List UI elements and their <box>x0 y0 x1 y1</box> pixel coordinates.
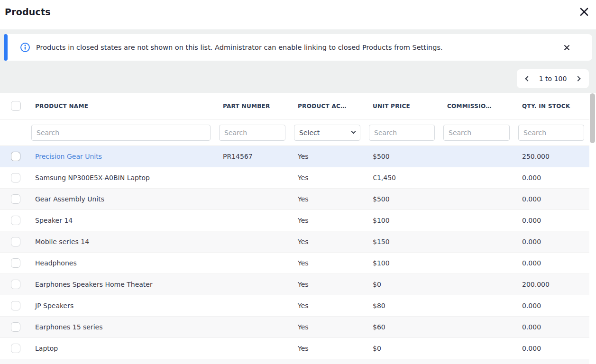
product-name-cell: Gear Assembly Units <box>31 195 219 203</box>
row-checkbox[interactable] <box>11 280 20 289</box>
qty-in-stock-cell: 0.000 <box>518 217 589 224</box>
filter-unit-price <box>369 125 443 141</box>
unit-price-search-input[interactable] <box>369 125 435 141</box>
product-active-cell: Yes <box>294 345 369 352</box>
select-all-cell <box>0 101 31 111</box>
qty-in-stock-cell: 0.000 <box>518 302 589 309</box>
part-number-cell: PR14567 <box>219 153 294 160</box>
header-qty-in-stock[interactable]: QTY. IN STOCK <box>518 103 589 109</box>
product-name-cell: Earphones Speakers Home Theater <box>31 281 219 288</box>
product-active-cell: Yes <box>294 217 369 224</box>
qty-in-stock-cell: 200.000 <box>518 281 589 288</box>
row-checkbox-cell <box>0 216 31 225</box>
header-product-name[interactable]: PRODUCT NAME <box>31 103 219 109</box>
table-row[interactable]: Headphones Yes $100 0.000 <box>0 253 589 274</box>
filter-part-number <box>219 125 294 141</box>
product-active-cell: Yes <box>294 153 369 160</box>
product-active-cell: Yes <box>294 323 369 331</box>
row-checkbox[interactable] <box>11 152 20 161</box>
row-checkbox[interactable] <box>11 258 20 268</box>
banner-dismiss-icon[interactable] <box>562 41 571 54</box>
modal-header: Products <box>0 0 596 29</box>
product-name-cell: Earphones 15 series <box>31 323 219 331</box>
unit-price-cell: $0 <box>369 345 443 352</box>
row-checkbox-cell <box>0 322 31 332</box>
row-checkbox[interactable] <box>11 322 20 332</box>
unit-price-cell: $500 <box>369 153 443 160</box>
row-checkbox[interactable] <box>11 301 20 310</box>
product-active-select[interactable]: Select <box>294 125 360 141</box>
unit-price-cell: $100 <box>369 217 443 224</box>
table-row[interactable]: Laptop Yes $0 0.000 <box>0 338 589 359</box>
chevron-down-icon <box>351 129 356 134</box>
pagination: 1 to 100 <box>517 69 589 88</box>
close-icon[interactable] <box>579 7 589 19</box>
products-table: PRODUCT NAME PART NUMBER PRODUCT AC… UNI… <box>0 93 589 359</box>
filter-product-active: Select <box>294 125 369 141</box>
product-name-search-input[interactable] <box>31 125 211 141</box>
part-number-search-input[interactable] <box>219 125 285 141</box>
info-banner: Products in closed states are not shown … <box>4 34 592 61</box>
product-active-cell: Yes <box>294 281 369 288</box>
table-row[interactable]: Gear Assembly Units Yes $500 0.000 <box>0 189 589 210</box>
row-checkbox-cell <box>0 152 31 161</box>
product-active-cell: Yes <box>294 174 369 182</box>
table-header-row: PRODUCT NAME PART NUMBER PRODUCT AC… UNI… <box>0 93 589 119</box>
qty-in-stock-cell: 0.000 <box>518 195 589 203</box>
qty-in-stock-cell: 250.000 <box>518 153 589 160</box>
unit-price-cell: $0 <box>369 281 443 288</box>
table-row[interactable]: Earphones Speakers Home Theater Yes $0 2… <box>0 274 589 295</box>
page-title: Products <box>5 7 51 17</box>
product-active-cell: Yes <box>294 238 369 246</box>
header-part-number[interactable]: PART NUMBER <box>219 103 294 109</box>
table-row[interactable]: Speaker 14 Yes $100 0.000 <box>0 210 589 231</box>
next-page-icon[interactable] <box>575 75 581 82</box>
header-unit-price[interactable]: UNIT PRICE <box>369 103 443 109</box>
product-active-cell: Yes <box>294 259 369 267</box>
filter-product-name <box>31 125 219 141</box>
filter-commission <box>443 125 518 141</box>
table-row[interactable]: Precision Gear Units PR14567 Yes $500 25… <box>0 146 589 167</box>
product-active-cell: Yes <box>294 302 369 309</box>
row-checkbox[interactable] <box>11 344 20 353</box>
qty-in-stock-cell: 0.000 <box>518 323 589 331</box>
pagination-range: 1 to 100 <box>539 75 567 82</box>
table-body: Precision Gear Units PR14567 Yes $500 25… <box>0 146 589 359</box>
qty-in-stock-cell: 0.000 <box>518 345 589 352</box>
table-row[interactable]: Earphones 15 series Yes $60 0.000 <box>0 317 589 338</box>
row-checkbox[interactable] <box>11 173 20 182</box>
select-all-checkbox[interactable] <box>11 101 21 111</box>
vertical-scrollbar-thumb[interactable] <box>590 93 595 143</box>
product-name-cell: Laptop <box>31 345 219 352</box>
unit-price-cell: $500 <box>369 195 443 203</box>
row-checkbox-cell <box>0 173 31 182</box>
product-name-link[interactable]: Precision Gear Units <box>31 153 219 160</box>
header-product-active[interactable]: PRODUCT AC… <box>294 103 369 109</box>
product-active-cell: Yes <box>294 195 369 203</box>
row-checkbox[interactable] <box>11 237 20 246</box>
product-name-cell: Speaker 14 <box>31 217 219 224</box>
toolbar-band: Products in closed states are not shown … <box>0 29 596 93</box>
qty-in-stock-cell: 0.000 <box>518 259 589 267</box>
product-name-cell: Mobile series 14 <box>31 238 219 246</box>
qty-in-stock-cell: 0.000 <box>518 174 589 182</box>
unit-price-cell: €1,450 <box>369 174 443 182</box>
unit-price-cell: $100 <box>369 259 443 267</box>
row-checkbox[interactable] <box>11 216 20 225</box>
qty-search-input[interactable] <box>518 125 584 141</box>
info-icon <box>20 42 30 53</box>
row-checkbox-cell <box>0 280 31 289</box>
table-row[interactable]: Samsung NP300E5X-A0BIN Laptop Yes €1,450… <box>0 167 589 189</box>
prev-page-icon[interactable] <box>524 75 531 82</box>
banner-accent-bar <box>4 34 8 61</box>
table-filter-row: Select <box>0 119 589 146</box>
row-checkbox[interactable] <box>11 194 20 204</box>
table-row[interactable]: Mobile series 14 Yes $150 0.000 <box>0 231 589 253</box>
header-commission[interactable]: COMMISSIO… <box>443 103 518 109</box>
row-checkbox-cell <box>0 237 31 246</box>
table-row[interactable]: JP Speakers Yes $80 0.000 <box>0 295 589 317</box>
commission-search-input[interactable] <box>443 125 510 141</box>
qty-in-stock-cell: 0.000 <box>518 238 589 246</box>
product-name-cell: JP Speakers <box>31 302 219 309</box>
banner-message: Products in closed states are not shown … <box>36 44 558 51</box>
